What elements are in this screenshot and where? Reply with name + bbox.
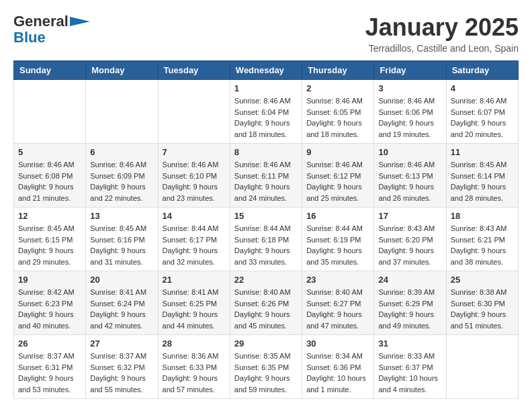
day-number: 12 bbox=[18, 211, 81, 221]
calendar-cell bbox=[86, 80, 158, 144]
calendar-cell: 8Sunrise: 8:46 AM Sunset: 6:11 PM Daylig… bbox=[230, 144, 302, 208]
calendar-cell: 25Sunrise: 8:38 AM Sunset: 6:30 PM Dayli… bbox=[446, 271, 518, 335]
calendar-cell: 22Sunrise: 8:40 AM Sunset: 6:26 PM Dayli… bbox=[230, 271, 302, 335]
day-info: Sunrise: 8:45 AM Sunset: 6:16 PM Dayligh… bbox=[90, 223, 153, 267]
day-number: 10 bbox=[378, 147, 441, 157]
calendar-cell: 30Sunrise: 8:34 AM Sunset: 6:36 PM Dayli… bbox=[302, 335, 374, 399]
calendar-cell: 19Sunrise: 8:42 AM Sunset: 6:23 PM Dayli… bbox=[14, 271, 86, 335]
week-row-5: 26Sunrise: 8:37 AM Sunset: 6:31 PM Dayli… bbox=[14, 335, 519, 399]
calendar-cell: 21Sunrise: 8:41 AM Sunset: 6:25 PM Dayli… bbox=[158, 271, 230, 335]
title-block: January 2025 Terradillos, Castille and L… bbox=[365, 13, 519, 54]
calendar-cell: 6Sunrise: 8:46 AM Sunset: 6:09 PM Daylig… bbox=[86, 144, 158, 208]
day-number: 14 bbox=[163, 211, 226, 221]
day-number: 27 bbox=[90, 338, 153, 349]
month-title: January 2025 bbox=[365, 13, 519, 42]
day-info: Sunrise: 8:41 AM Sunset: 6:25 PM Dayligh… bbox=[163, 287, 226, 331]
day-number: 31 bbox=[378, 338, 441, 349]
day-number: 26 bbox=[18, 338, 81, 349]
day-info: Sunrise: 8:46 AM Sunset: 6:05 PM Dayligh… bbox=[306, 95, 369, 140]
calendar-cell: 26Sunrise: 8:37 AM Sunset: 6:31 PM Dayli… bbox=[14, 335, 86, 399]
calendar-cell: 2Sunrise: 8:46 AM Sunset: 6:05 PM Daylig… bbox=[302, 80, 374, 144]
week-row-1: 1Sunrise: 8:46 AM Sunset: 6:04 PM Daylig… bbox=[14, 80, 519, 144]
day-number: 7 bbox=[163, 147, 226, 157]
calendar-cell: 1Sunrise: 8:46 AM Sunset: 6:04 PM Daylig… bbox=[230, 80, 302, 144]
calendar-cell: 29Sunrise: 8:35 AM Sunset: 6:35 PM Dayli… bbox=[230, 335, 302, 399]
day-info: Sunrise: 8:37 AM Sunset: 6:31 PM Dayligh… bbox=[18, 351, 81, 395]
day-number: 18 bbox=[451, 211, 514, 221]
day-number: 17 bbox=[378, 211, 441, 221]
day-info: Sunrise: 8:44 AM Sunset: 6:19 PM Dayligh… bbox=[306, 223, 369, 267]
day-info: Sunrise: 8:44 AM Sunset: 6:17 PM Dayligh… bbox=[163, 223, 226, 267]
calendar-table: SundayMondayTuesdayWednesdayThursdayFrid… bbox=[13, 60, 519, 399]
calendar-cell: 15Sunrise: 8:44 AM Sunset: 6:18 PM Dayli… bbox=[230, 208, 302, 271]
day-info: Sunrise: 8:46 AM Sunset: 6:07 PM Dayligh… bbox=[451, 95, 514, 140]
calendar-cell: 27Sunrise: 8:37 AM Sunset: 6:32 PM Dayli… bbox=[86, 335, 158, 399]
day-number: 28 bbox=[163, 338, 226, 349]
day-info: Sunrise: 8:46 AM Sunset: 6:13 PM Dayligh… bbox=[378, 159, 441, 203]
day-info: Sunrise: 8:34 AM Sunset: 6:36 PM Dayligh… bbox=[306, 351, 369, 395]
calendar-cell: 18Sunrise: 8:43 AM Sunset: 6:21 PM Dayli… bbox=[446, 208, 518, 271]
calendar-cell: 20Sunrise: 8:41 AM Sunset: 6:24 PM Dayli… bbox=[86, 271, 158, 335]
weekday-header-thursday: Thursday bbox=[302, 61, 374, 80]
weekday-header-sunday: Sunday bbox=[14, 61, 86, 80]
calendar-cell bbox=[446, 335, 518, 399]
weekday-header-saturday: Saturday bbox=[446, 61, 518, 80]
logo: General Blue bbox=[13, 13, 90, 46]
day-number: 11 bbox=[451, 147, 514, 157]
calendar-cell: 16Sunrise: 8:44 AM Sunset: 6:19 PM Dayli… bbox=[302, 208, 374, 271]
logo-flag-icon bbox=[70, 17, 90, 26]
day-number: 1 bbox=[234, 83, 298, 93]
calendar-cell: 9Sunrise: 8:46 AM Sunset: 6:12 PM Daylig… bbox=[302, 144, 374, 208]
day-number: 16 bbox=[306, 211, 369, 221]
calendar-cell: 31Sunrise: 8:33 AM Sunset: 6:37 PM Dayli… bbox=[374, 335, 446, 399]
day-number: 8 bbox=[234, 147, 298, 157]
calendar-cell: 17Sunrise: 8:43 AM Sunset: 6:20 PM Dayli… bbox=[374, 208, 446, 271]
day-info: Sunrise: 8:41 AM Sunset: 6:24 PM Dayligh… bbox=[90, 287, 153, 331]
day-info: Sunrise: 8:43 AM Sunset: 6:20 PM Dayligh… bbox=[378, 223, 441, 267]
day-number: 25 bbox=[451, 275, 514, 285]
day-number: 30 bbox=[306, 338, 369, 349]
svg-marker-0 bbox=[70, 17, 90, 26]
calendar-cell: 23Sunrise: 8:40 AM Sunset: 6:27 PM Dayli… bbox=[302, 271, 374, 335]
day-info: Sunrise: 8:43 AM Sunset: 6:21 PM Dayligh… bbox=[451, 223, 514, 267]
day-info: Sunrise: 8:42 AM Sunset: 6:23 PM Dayligh… bbox=[18, 287, 81, 331]
weekday-header-tuesday: Tuesday bbox=[158, 61, 230, 80]
day-number: 24 bbox=[378, 275, 441, 285]
day-info: Sunrise: 8:35 AM Sunset: 6:35 PM Dayligh… bbox=[234, 351, 298, 395]
calendar-cell: 13Sunrise: 8:45 AM Sunset: 6:16 PM Dayli… bbox=[86, 208, 158, 271]
calendar-cell: 11Sunrise: 8:45 AM Sunset: 6:14 PM Dayli… bbox=[446, 144, 518, 208]
day-info: Sunrise: 8:45 AM Sunset: 6:14 PM Dayligh… bbox=[451, 159, 514, 203]
day-info: Sunrise: 8:46 AM Sunset: 6:11 PM Dayligh… bbox=[234, 159, 298, 203]
calendar-cell: 10Sunrise: 8:46 AM Sunset: 6:13 PM Dayli… bbox=[374, 144, 446, 208]
day-number: 29 bbox=[234, 338, 298, 349]
day-number: 21 bbox=[163, 275, 226, 285]
calendar-cell: 28Sunrise: 8:36 AM Sunset: 6:33 PM Dayli… bbox=[158, 335, 230, 399]
day-number: 22 bbox=[234, 275, 298, 285]
calendar-cell: 12Sunrise: 8:45 AM Sunset: 6:15 PM Dayli… bbox=[14, 208, 86, 271]
day-info: Sunrise: 8:37 AM Sunset: 6:32 PM Dayligh… bbox=[90, 351, 153, 395]
day-number: 20 bbox=[90, 275, 153, 285]
day-number: 15 bbox=[234, 211, 298, 221]
logo-text: General bbox=[13, 13, 69, 30]
day-info: Sunrise: 8:46 AM Sunset: 6:06 PM Dayligh… bbox=[378, 95, 441, 140]
day-info: Sunrise: 8:46 AM Sunset: 6:09 PM Dayligh… bbox=[90, 159, 153, 203]
weekday-header-monday: Monday bbox=[86, 61, 158, 80]
day-number: 2 bbox=[306, 83, 369, 93]
day-info: Sunrise: 8:39 AM Sunset: 6:29 PM Dayligh… bbox=[378, 287, 441, 331]
calendar-cell: 4Sunrise: 8:46 AM Sunset: 6:07 PM Daylig… bbox=[446, 80, 518, 144]
weekday-header-wednesday: Wednesday bbox=[230, 61, 302, 80]
day-number: 4 bbox=[451, 83, 514, 93]
day-info: Sunrise: 8:46 AM Sunset: 6:10 PM Dayligh… bbox=[163, 159, 226, 203]
day-number: 13 bbox=[90, 211, 153, 221]
day-info: Sunrise: 8:40 AM Sunset: 6:27 PM Dayligh… bbox=[306, 287, 369, 331]
day-info: Sunrise: 8:46 AM Sunset: 6:04 PM Dayligh… bbox=[234, 95, 298, 140]
calendar-cell: 14Sunrise: 8:44 AM Sunset: 6:17 PM Dayli… bbox=[158, 208, 230, 271]
day-number: 23 bbox=[306, 275, 369, 285]
page-header: General Blue January 2025 Terradillos, C… bbox=[13, 13, 519, 54]
day-number: 3 bbox=[378, 83, 441, 93]
calendar-cell bbox=[14, 80, 86, 144]
day-info: Sunrise: 8:45 AM Sunset: 6:15 PM Dayligh… bbox=[18, 223, 81, 267]
day-info: Sunrise: 8:36 AM Sunset: 6:33 PM Dayligh… bbox=[163, 351, 226, 395]
day-number: 19 bbox=[18, 275, 81, 285]
day-info: Sunrise: 8:46 AM Sunset: 6:12 PM Dayligh… bbox=[306, 159, 369, 203]
